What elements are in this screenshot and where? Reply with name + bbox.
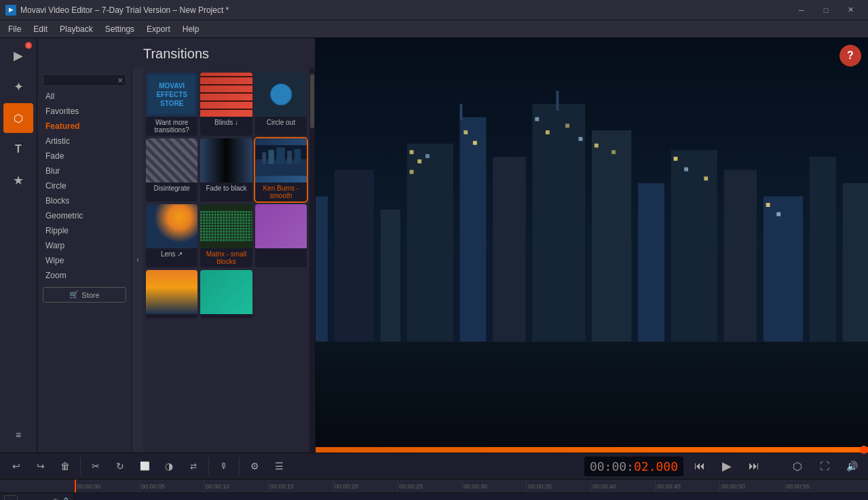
- menu-help[interactable]: Help: [177, 22, 205, 36]
- toolbar-titles-button[interactable]: T: [3, 134, 33, 164]
- menu-edit[interactable]: Edit: [28, 22, 53, 36]
- search-input[interactable]: [46, 76, 117, 84]
- title-separator: –: [95, 5, 102, 15]
- close-button[interactable]: ✕: [838, 0, 863, 20]
- settings-button[interactable]: ⚙: [244, 455, 265, 477]
- toolbar-media-button[interactable]: ▶ !: [3, 41, 33, 71]
- ruler-mark-8: 00:00:40: [590, 480, 655, 493]
- transition-row3-3[interactable]: [200, 270, 252, 318]
- toolbar-effects-button[interactable]: ✦: [3, 72, 33, 102]
- preview-progress-bar[interactable]: [316, 447, 868, 453]
- collapse-panel-button[interactable]: ‹: [132, 67, 143, 453]
- svg-rect-22: [532, 104, 585, 341]
- svg-rect-10: [200, 211, 252, 242]
- transition-ken-burns[interactable]: Ken Burns - smooth: [255, 138, 307, 201]
- volume-button[interactable]: 🔊: [841, 455, 863, 477]
- play-button[interactable]: ▶: [716, 455, 738, 477]
- toolbar-timeline-button[interactable]: ≡: [3, 420, 33, 450]
- app-name: Movavi Video Editor: [20, 5, 93, 15]
- transition-effects-store[interactable]: MOVAVIEFFECTSSTORE Want more transitions…: [146, 73, 197, 136]
- category-geometric[interactable]: Geometric: [37, 208, 132, 223]
- transitions-scroll-thumb[interactable]: [310, 74, 314, 128]
- toolbar-stickers-button[interactable]: ★: [3, 166, 33, 195]
- svg-rect-43: [674, 157, 678, 161]
- category-all[interactable]: All: [37, 89, 132, 104]
- menu-playback[interactable]: Playback: [54, 22, 98, 36]
- edit-toolbar: ↩ ↪ 🗑 ✂ ↻ ⬜ ◑ ⇄ 🎙 ⚙ ☰ 00:00: 02.000 ⏮ ▶ …: [0, 453, 868, 480]
- transition-label-row3-2: [146, 314, 197, 318]
- clear-search-button[interactable]: ✕: [117, 77, 123, 84]
- transition-label-disintegrate: Disintegrate: [146, 182, 197, 194]
- transition-row3-1[interactable]: [255, 204, 307, 267]
- menu-file[interactable]: File: [3, 22, 26, 36]
- crop-button[interactable]: ⬜: [134, 455, 155, 477]
- category-blur[interactable]: Blur: [37, 164, 132, 178]
- cut-button[interactable]: ✂: [85, 455, 107, 477]
- transition-blinds[interactable]: Blinds ↓: [200, 73, 252, 136]
- transition-thumb-matrix: [200, 204, 252, 248]
- transition-matrix[interactable]: Matrix - small blocks: [200, 204, 252, 267]
- category-blocks[interactable]: Blocks: [37, 193, 132, 208]
- fullscreen-button[interactable]: ⛶: [814, 455, 835, 477]
- transition-label-circle-out: Circle out: [255, 117, 307, 128]
- color-button[interactable]: ◑: [158, 455, 180, 477]
- transitions-grid-container[interactable]: MOVAVIEFFECTSSTORE Want more transitions…: [143, 67, 309, 453]
- svg-rect-32: [417, 159, 421, 164]
- redo-button[interactable]: ↪: [30, 455, 52, 477]
- add-track-button[interactable]: +: [4, 495, 18, 500]
- app-icon: ▶: [5, 5, 16, 16]
- export-preview-button[interactable]: ⬡: [787, 455, 808, 477]
- category-ripple[interactable]: Ripple: [37, 223, 132, 238]
- flip-button[interactable]: ⇄: [183, 455, 204, 477]
- delete-button[interactable]: 🗑: [54, 455, 76, 477]
- transition-fade-black[interactable]: Fade to black: [200, 138, 252, 201]
- help-button[interactable]: ?: [839, 45, 861, 66]
- transition-disintegrate[interactable]: Disintegrate: [146, 138, 197, 201]
- category-artistic[interactable]: Artistic: [37, 134, 132, 149]
- toolbar-transitions-button[interactable]: ⬡: [3, 103, 33, 133]
- category-zoom[interactable]: Zoom: [37, 268, 132, 283]
- preview-image: [316, 38, 868, 447]
- track-area[interactable]: sample_3840x2160.avi: [75, 493, 868, 500]
- transition-label-ken-burns: Ken Burns - smooth: [255, 182, 307, 201]
- next-frame-button[interactable]: ⏭: [743, 455, 765, 477]
- store-icon: 🛒: [69, 290, 79, 299]
- timeline-playhead[interactable]: [75, 480, 76, 493]
- app-version: 7-Day Trial Version: [102, 5, 170, 15]
- menu-export[interactable]: Export: [141, 22, 176, 36]
- svg-rect-42: [611, 150, 616, 154]
- svg-rect-16: [316, 196, 328, 341]
- category-wipe[interactable]: Wipe: [37, 253, 132, 268]
- transition-label-blinds: Blinds ↓: [200, 117, 252, 128]
- title-bar: ▶ Movavi Video Editor – 7-Day Trial Vers…: [0, 0, 868, 20]
- effects-button[interactable]: ☰: [268, 455, 290, 477]
- transition-lens[interactable]: Lens ↗: [146, 204, 197, 267]
- minimize-button[interactable]: ─: [789, 0, 814, 20]
- category-featured[interactable]: Featured: [37, 119, 132, 134]
- audio-button[interactable]: 🎙: [213, 455, 235, 477]
- prev-frame-button[interactable]: ⏮: [689, 455, 711, 477]
- store-button[interactable]: 🛒 Store: [43, 287, 126, 303]
- time-normal: 00:00:: [590, 459, 634, 474]
- transition-row3-2[interactable]: [146, 270, 197, 318]
- svg-rect-34: [426, 154, 430, 158]
- media-icon: ▶: [14, 48, 23, 63]
- ruler-mark-5: 00:00:25: [397, 480, 461, 493]
- progress-thumb[interactable]: [860, 446, 868, 454]
- category-warp[interactable]: Warp: [37, 238, 132, 253]
- transitions-scrollbar[interactable]: [309, 67, 315, 453]
- category-fade[interactable]: Fade: [37, 149, 132, 164]
- svg-rect-13: [316, 341, 868, 447]
- category-favorites[interactable]: Favorites: [37, 104, 132, 119]
- svg-rect-35: [464, 130, 468, 134]
- undo-button[interactable]: ↩: [5, 455, 27, 477]
- ruler-mark-2: 00:00:10: [204, 480, 268, 493]
- category-circle[interactable]: Circle: [37, 178, 132, 193]
- transition-circle-out[interactable]: Circle out: [255, 73, 307, 136]
- search-box[interactable]: ✕: [43, 74, 126, 86]
- svg-rect-48: [556, 91, 559, 111]
- rotate-button[interactable]: ↻: [109, 455, 131, 477]
- time-highlight: 02.000: [634, 459, 678, 474]
- maximize-button[interactable]: □: [814, 0, 838, 20]
- menu-settings[interactable]: Settings: [100, 22, 140, 36]
